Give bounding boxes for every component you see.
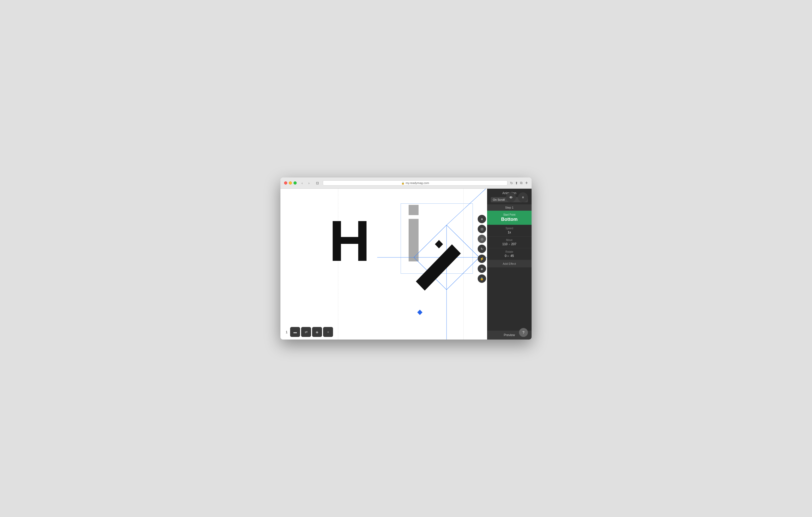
right-sidebar: a ⊟ ◎ ↻ ⚡ ◈ 🔒: [478, 215, 486, 283]
forward-button[interactable]: ›: [306, 180, 312, 186]
add-effect-button[interactable]: Add Effect: [487, 260, 531, 267]
maximize-button[interactable]: [293, 181, 297, 185]
window-button[interactable]: ⧉: [520, 181, 522, 185]
selection-box: [401, 204, 473, 274]
arrows-icon: ⇄: [305, 330, 308, 334]
rotate-section: Rotate 0 ▶ 45: [487, 248, 531, 260]
i-dot-shape: [409, 205, 418, 215]
anim-icon: ↻: [481, 247, 484, 251]
layout-icon: ▬: [293, 330, 297, 334]
start-point-label: Start Point: [491, 213, 528, 216]
interact-icon: ⚡: [480, 257, 484, 261]
text-tool-button[interactable]: a: [478, 215, 486, 223]
layers-bottom-button[interactable]: ◈: [312, 327, 322, 337]
move-handle: [417, 310, 423, 315]
sidebar-toggle-button[interactable]: ⊡: [314, 180, 320, 186]
start-point-section[interactable]: Start Point Bottom: [487, 211, 531, 225]
preview-eye-button[interactable]: 👁: [506, 192, 516, 202]
i-stroke-shape: [409, 219, 418, 262]
speed-label: Speed: [491, 227, 528, 230]
rotate-to[interactable]: 45: [511, 254, 514, 258]
shape-tool-button[interactable]: ◎: [478, 235, 486, 243]
image-tool-button[interactable]: ⊟: [478, 225, 486, 233]
image-icon: ⊟: [481, 227, 484, 231]
add-icon: +: [327, 330, 329, 334]
start-point-value: Bottom: [491, 217, 528, 222]
rotate-from[interactable]: 0: [504, 254, 506, 258]
help-button[interactable]: ?: [519, 328, 528, 337]
guide-line-right: [463, 189, 464, 339]
layout-button[interactable]: ▬: [290, 327, 300, 337]
dropdown-label: On Scroll: [493, 198, 504, 201]
menu-button[interactable]: ≡: [518, 192, 528, 202]
speed-value[interactable]: 1x: [491, 231, 528, 234]
nav-buttons: ‹ ›: [299, 180, 312, 186]
transition-button[interactable]: ⇄: [301, 327, 311, 337]
lock-icon: 🔒: [480, 277, 484, 280]
diagonal-bar: [416, 244, 461, 291]
interaction-tool-button[interactable]: ⚡: [478, 254, 486, 263]
canvas-area[interactable]: H: [281, 189, 531, 339]
page-number: 1: [284, 330, 289, 334]
step-label[interactable]: Step 1: [487, 204, 531, 211]
reload-button[interactable]: ↻: [510, 181, 513, 185]
diamond-selection: [414, 225, 479, 290]
move-label: Move: [491, 239, 528, 242]
layers-tool-button[interactable]: ◈: [478, 265, 486, 273]
animation-panel: Animation On Scroll ▼ Step 1 Start Point…: [487, 189, 531, 339]
minimize-button[interactable]: [289, 181, 292, 185]
move-arrow-icon: ◆: [509, 243, 510, 245]
layers-bottom-icon: ◈: [316, 330, 318, 334]
address-bar[interactable]: 🔒 my.readymag.com: [323, 180, 508, 186]
animation-tool-button[interactable]: ↻: [478, 245, 486, 253]
speed-section: Speed 1x: [487, 225, 531, 237]
lock-tool-button[interactable]: 🔒: [478, 274, 486, 283]
text-icon: a: [481, 217, 483, 221]
back-button[interactable]: ‹: [299, 180, 305, 186]
traffic-lights: [284, 181, 297, 185]
bottom-toolbar: 1 ▬ ⇄ ◈ +: [284, 327, 333, 337]
letter-h[interactable]: H: [329, 212, 369, 270]
url-text: my.readymag.com: [405, 181, 429, 185]
browser-window: ‹ › ⊡ 🔒 my.readymag.com ↻ ⬆ ⧉ + 👁 ≡: [281, 178, 531, 339]
address-bar-right: ↻ ⬆ ⧉: [510, 181, 522, 185]
move-y[interactable]: 207: [511, 242, 516, 246]
shape-icon: ◎: [481, 237, 484, 241]
new-tab-button[interactable]: +: [525, 181, 528, 185]
menu-icon: ≡: [522, 195, 524, 199]
move-x[interactable]: 110: [502, 242, 508, 246]
eye-icon: 👁: [509, 195, 513, 200]
share-button[interactable]: ⬆: [515, 181, 518, 185]
close-button[interactable]: [284, 181, 287, 185]
move-section: Move 110 ◆ 207: [487, 237, 531, 248]
layers-icon: ◈: [481, 267, 483, 271]
rotate-values[interactable]: 0 ▶ 45: [491, 254, 528, 258]
add-button[interactable]: +: [323, 327, 333, 337]
rotate-label: Rotate: [491, 250, 528, 253]
browser-content: 👁 ≡ H: [281, 189, 531, 339]
move-values[interactable]: 110 ◆ 207: [491, 242, 528, 246]
top-right-actions: 👁 ≡: [506, 192, 528, 202]
browser-chrome: ‹ › ⊡ 🔒 my.readymag.com ↻ ⬆ ⧉ +: [281, 178, 531, 189]
small-diamond: [435, 240, 443, 248]
rotate-arrow-icon: ▶: [508, 254, 509, 257]
